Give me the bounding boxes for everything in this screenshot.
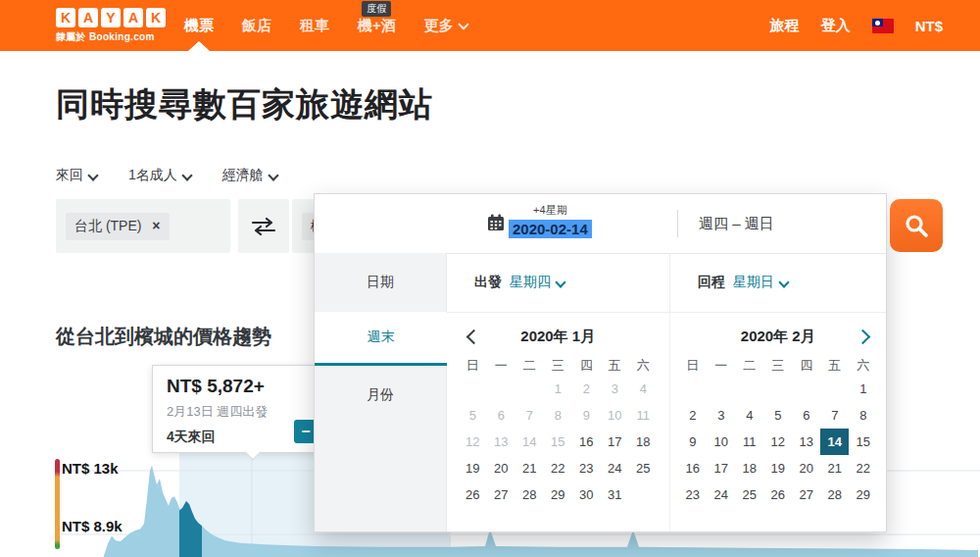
day-cell[interactable]: 11 bbox=[629, 402, 658, 429]
day-cell[interactable]: 18 bbox=[735, 455, 763, 481]
nav-item[interactable]: 機票 bbox=[184, 17, 214, 35]
remove-origin-icon[interactable]: × bbox=[152, 218, 160, 233]
day-cell[interactable]: 19 bbox=[459, 455, 487, 481]
day-cell[interactable]: 27 bbox=[792, 481, 820, 508]
origin-chip[interactable]: 台北 (TPE) × bbox=[66, 213, 170, 240]
kayak-logo[interactable]: KAYAK 隸屬於 Booking.com bbox=[56, 8, 166, 44]
day-cell[interactable]: 17 bbox=[707, 455, 735, 481]
day-cell[interactable]: 26 bbox=[763, 481, 792, 508]
day-cell[interactable]: 18 bbox=[629, 429, 658, 455]
day-cell[interactable]: 13 bbox=[487, 429, 515, 455]
search-button[interactable] bbox=[890, 199, 943, 252]
tab-active[interactable]: 週末 bbox=[315, 312, 447, 366]
chevron-down-icon bbox=[555, 277, 565, 287]
currency-selector[interactable]: NT$ bbox=[915, 18, 943, 34]
date-field[interactable]: +4星期 2020-02-14 bbox=[509, 203, 592, 238]
day-cell[interactable]: 22 bbox=[849, 455, 877, 481]
chevron-down-icon bbox=[268, 170, 278, 180]
day-cell[interactable]: 30 bbox=[572, 481, 601, 508]
day-cell[interactable]: 8 bbox=[849, 402, 877, 429]
day-cell[interactable]: 13 bbox=[792, 429, 820, 455]
day-cell[interactable]: 1 bbox=[849, 376, 877, 402]
day-cell[interactable]: 14 bbox=[515, 429, 544, 455]
day-cell[interactable]: 1 bbox=[544, 376, 572, 402]
booking-subtitle: 隸屬於 Booking.com bbox=[56, 30, 166, 44]
nav-items: 機票飯店租車機+酒度假更多 bbox=[184, 0, 467, 51]
day-cell[interactable]: 16 bbox=[678, 455, 707, 481]
day-cell[interactable]: 16 bbox=[572, 429, 601, 455]
day-cell[interactable]: 21 bbox=[515, 455, 544, 481]
day-cell[interactable]: 5 bbox=[459, 402, 487, 429]
nav-item[interactable]: 機+酒度假 bbox=[358, 17, 396, 35]
nav-item-label: 租車 bbox=[300, 17, 329, 33]
return-weekday-dropdown[interactable]: 星期日 bbox=[733, 274, 788, 291]
day-cell[interactable]: 20 bbox=[792, 455, 820, 481]
day-cell[interactable]: 5 bbox=[763, 402, 792, 429]
day-cell[interactable]: 29 bbox=[544, 481, 572, 508]
day-cell[interactable]: 19 bbox=[763, 455, 792, 481]
day-cell[interactable]: 21 bbox=[820, 455, 849, 481]
day-cell[interactable]: 2 bbox=[678, 402, 707, 429]
day-cell[interactable]: 11 bbox=[735, 429, 763, 455]
day-cell[interactable]: 4 bbox=[629, 376, 658, 402]
travelers-dropdown[interactable]: 1名成人 bbox=[128, 167, 191, 184]
cabin-class-dropdown[interactable]: 經濟艙 bbox=[222, 167, 277, 184]
day-cell[interactable]: 23 bbox=[572, 455, 601, 481]
day-cell[interactable]: 24 bbox=[601, 455, 629, 481]
day-cell[interactable]: 15 bbox=[849, 429, 877, 455]
swap-airports-button[interactable] bbox=[238, 199, 289, 253]
empty-cell bbox=[678, 376, 707, 402]
y-axis-label-13k: NT$ 13k bbox=[62, 460, 119, 477]
day-cell[interactable]: 24 bbox=[707, 481, 735, 508]
dow-row: 日一二三四五六 bbox=[447, 346, 669, 376]
day-cell[interactable]: 22 bbox=[544, 455, 572, 481]
tooltip-price: NT$ 5,872+ bbox=[167, 376, 327, 397]
date-picker-header: +4星期 2020-02-14 週四 – 週日 bbox=[315, 194, 886, 254]
day-cell[interactable]: 12 bbox=[459, 429, 487, 455]
signin-link[interactable]: 登入 bbox=[821, 17, 851, 35]
day-cell[interactable]: 10 bbox=[707, 429, 735, 455]
day-cell[interactable]: 28 bbox=[820, 481, 849, 508]
empty-cell bbox=[515, 376, 544, 402]
day-cell[interactable]: 6 bbox=[792, 402, 820, 429]
trip-type-dropdown[interactable]: 來回 bbox=[56, 167, 97, 184]
nav-item[interactable]: 更多 bbox=[424, 17, 467, 35]
taiwan-flag-icon[interactable] bbox=[872, 19, 894, 33]
trips-link[interactable]: 旅程 bbox=[770, 17, 800, 35]
dow-label: 三 bbox=[763, 356, 792, 376]
day-cell[interactable]: 9 bbox=[678, 429, 707, 455]
price-trend-heading: 從台北到檳城的價格趨勢 bbox=[56, 324, 271, 350]
day-cell[interactable]: 29 bbox=[849, 481, 877, 508]
day-cell[interactable]: 20 bbox=[487, 455, 515, 481]
nav-item[interactable]: 飯店 bbox=[242, 17, 271, 35]
nav-item[interactable]: 租車 bbox=[300, 17, 329, 35]
day-cell[interactable]: 25 bbox=[629, 455, 658, 481]
day-cell[interactable]: 3 bbox=[707, 402, 735, 429]
day-cell[interactable]: 6 bbox=[487, 402, 515, 429]
day-cell[interactable]: 7 bbox=[820, 402, 849, 429]
day-cell[interactable]: 27 bbox=[487, 481, 515, 508]
day-cell[interactable]: 4 bbox=[735, 402, 763, 429]
day-cell[interactable]: 8 bbox=[544, 402, 572, 429]
tab-item[interactable]: 日期 bbox=[315, 253, 446, 312]
depart-weekday-dropdown[interactable]: 星期四 bbox=[510, 274, 564, 291]
selected-day-cell[interactable]: 14 bbox=[820, 429, 849, 455]
day-cell[interactable]: 10 bbox=[601, 402, 629, 429]
date-input-value[interactable]: 2020-02-14 bbox=[509, 220, 592, 238]
day-cell[interactable]: 3 bbox=[601, 376, 629, 402]
day-cell[interactable]: 9 bbox=[572, 402, 601, 429]
vacation-badge: 度假 bbox=[362, 1, 391, 17]
dow-label: 三 bbox=[544, 356, 572, 376]
day-cell[interactable]: 31 bbox=[601, 481, 629, 508]
day-cell[interactable]: 26 bbox=[459, 481, 487, 508]
day-cell[interactable]: 12 bbox=[763, 429, 792, 455]
day-cell[interactable]: 17 bbox=[601, 429, 629, 455]
day-cell[interactable]: 28 bbox=[515, 481, 544, 508]
day-cell[interactable]: 2 bbox=[572, 376, 601, 402]
day-cell[interactable]: 23 bbox=[678, 481, 707, 508]
origin-input[interactable]: 台北 (TPE) × bbox=[56, 199, 230, 253]
day-cell[interactable]: 25 bbox=[735, 481, 763, 508]
tab-item[interactable]: 月份 bbox=[315, 366, 446, 425]
day-cell[interactable]: 15 bbox=[544, 429, 572, 455]
day-cell[interactable]: 7 bbox=[515, 402, 544, 429]
